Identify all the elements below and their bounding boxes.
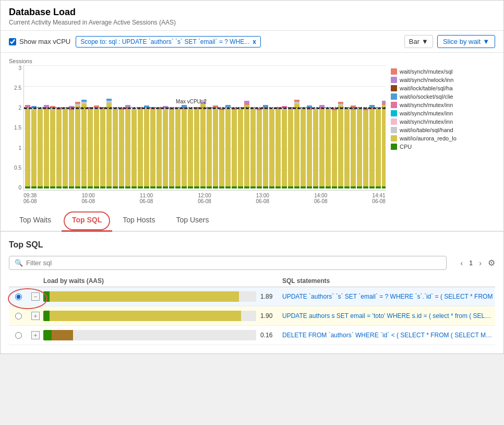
- row-1-radio[interactable]: [15, 313, 22, 320]
- svg-rect-101: [207, 109, 212, 188]
- svg-rect-94: [194, 109, 199, 188]
- svg-rect-53: [113, 186, 118, 188]
- expand-button-1[interactable]: +: [31, 312, 40, 320]
- legend-color-2: [391, 85, 397, 91]
- tab-top-sql[interactable]: Top SQL: [62, 209, 112, 232]
- radio-cell-2[interactable]: [9, 332, 28, 339]
- value-2: 0.16: [256, 332, 282, 339]
- svg-rect-44: [100, 109, 105, 188]
- tab-top-waits-label: Top Waits: [19, 216, 51, 224]
- prev-page-button[interactable]: ‹: [457, 258, 466, 268]
- svg-rect-138: [275, 109, 281, 188]
- svg-rect-47: [106, 103, 112, 188]
- tab-top-hosts-label: Top Hosts: [123, 216, 155, 224]
- svg-rect-74: [157, 109, 162, 187]
- svg-rect-22: [63, 109, 68, 187]
- svg-rect-124: [244, 186, 249, 188]
- svg-rect-100: [200, 186, 206, 188]
- show-max-vcpu-checkbox[interactable]: Show max vCPU: [9, 38, 70, 45]
- scope-badge[interactable]: Scope to: sql : UPDATE `authors` `s` SET…: [76, 36, 261, 48]
- search-icon: 🔍: [15, 259, 23, 267]
- expand-cell-2[interactable]: +: [28, 331, 43, 339]
- chart-legend: wait/synch/mutex/sql wait/synch/rwlock/i…: [391, 58, 495, 204]
- svg-rect-192: [369, 186, 375, 188]
- tab-top-waits[interactable]: Top Waits: [9, 209, 62, 232]
- y-tick-2: 2: [18, 105, 21, 111]
- svg-rect-90: [182, 186, 187, 188]
- legend-color-7: [391, 127, 397, 133]
- svg-rect-3: [25, 186, 30, 188]
- chart-type-select[interactable]: Bar ▼: [404, 35, 433, 48]
- svg-rect-15: [50, 110, 55, 187]
- vcpu-label: Show max vCPU: [19, 38, 70, 45]
- radio-cell-1[interactable]: [9, 313, 28, 320]
- legend-color-0: [391, 68, 397, 75]
- row-2-radio[interactable]: [15, 332, 22, 339]
- svg-rect-121: [244, 105, 249, 188]
- svg-rect-195: [376, 186, 381, 188]
- svg-rect-32: [75, 186, 80, 188]
- next-page-button[interactable]: ›: [476, 258, 485, 268]
- radio-cell-0[interactable]: [9, 293, 28, 300]
- expand-button-0[interactable]: −: [31, 292, 40, 301]
- svg-rect-50: [106, 186, 112, 188]
- svg-rect-144: [282, 186, 287, 188]
- svg-rect-140: [275, 186, 281, 188]
- legend-label-6: wait/synch/mutex/inn: [400, 119, 453, 125]
- svg-rect-141: [282, 110, 287, 187]
- legend-item-8: wait/io/aurora_redo_lo: [391, 135, 495, 141]
- sql-filter-input[interactable]: [26, 259, 441, 267]
- legend-label-9: CPU: [400, 144, 412, 150]
- svg-rect-172: [338, 106, 343, 188]
- svg-rect-66: [138, 186, 143, 188]
- legend-color-1: [391, 77, 397, 83]
- row-0-radio[interactable]: [15, 293, 22, 300]
- svg-rect-147: [288, 186, 293, 188]
- x-tick-7: 14:4106-08: [372, 193, 386, 204]
- page-number: 1: [469, 259, 473, 267]
- slice-by-wait-button[interactable]: Slice by wait ▼: [437, 35, 495, 48]
- svg-rect-151: [294, 186, 299, 188]
- svg-rect-130: [257, 186, 262, 188]
- svg-rect-189: [369, 109, 375, 188]
- settings-icon[interactable]: ⚙: [488, 258, 495, 268]
- svg-rect-127: [250, 186, 256, 188]
- svg-rect-158: [307, 186, 312, 188]
- toolbar: Show max vCPU Scope to: sql : UPDATE `au…: [1, 31, 503, 53]
- y-tick-2-5: 2.5: [14, 85, 21, 91]
- svg-rect-10: [38, 186, 43, 188]
- bar-chart: [24, 65, 386, 191]
- svg-rect-193: [376, 110, 381, 188]
- top-sql-title: Top SQL: [9, 240, 495, 250]
- sql-text-0[interactable]: UPDATE `authors` `s` SET `email` = ? WHE…: [282, 293, 495, 300]
- expand-button-2[interactable]: +: [31, 331, 40, 339]
- svg-rect-117: [232, 186, 237, 188]
- svg-rect-115: [232, 110, 237, 188]
- svg-rect-0: [25, 109, 30, 188]
- svg-rect-64: [138, 109, 143, 188]
- svg-rect-148: [294, 104, 299, 188]
- svg-rect-171: [332, 186, 337, 188]
- x-tick-4: 12:0006-08: [198, 193, 211, 204]
- tab-top-hosts[interactable]: Top Hosts: [112, 209, 165, 232]
- svg-rect-165: [319, 186, 325, 188]
- chart-main: Sessions 3 2.5 2 1.5 1 0.5 0: [9, 58, 386, 204]
- y-tick-1-5: 1.5: [14, 125, 21, 131]
- scope-close-button[interactable]: x: [253, 38, 256, 45]
- svg-rect-70: [144, 186, 149, 188]
- svg-rect-76: [157, 186, 162, 188]
- tab-top-users[interactable]: Top Users: [166, 209, 220, 232]
- sql-text-2[interactable]: DELETE FROM `authors` WHERE `id` < ( SEL…: [282, 332, 495, 339]
- vcpu-checkbox-input[interactable]: [9, 38, 16, 45]
- sql-text-1[interactable]: UPDATE authors s SET email = 'toto' WHER…: [282, 312, 495, 320]
- svg-rect-104: [213, 110, 218, 188]
- expand-cell-0[interactable]: −: [28, 292, 43, 301]
- svg-rect-120: [238, 186, 243, 188]
- svg-rect-179: [351, 110, 356, 188]
- x-tick-1: 09:3806-08: [23, 193, 37, 204]
- svg-rect-48: [106, 101, 112, 103]
- sql-filter-box[interactable]: 🔍: [9, 256, 447, 270]
- col-expand-header: [28, 277, 43, 285]
- expand-cell-1[interactable]: +: [28, 312, 43, 320]
- svg-rect-110: [219, 186, 224, 188]
